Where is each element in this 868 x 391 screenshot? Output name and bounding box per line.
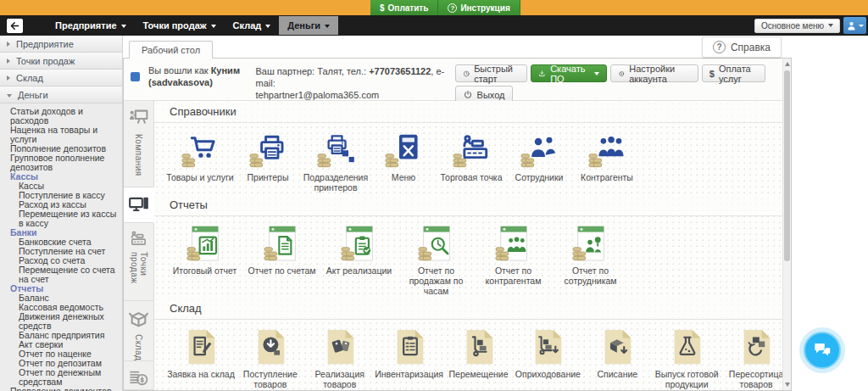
login-info: Вы вошли как Куним (sadvakasova): [148, 64, 247, 100]
desktop-icon: [128, 194, 150, 216]
tile-hourly-sales-report[interactable]: Отчет по продажам по часам: [398, 224, 475, 296]
sidebar-item[interactable]: Проведение документов: [0, 387, 122, 391]
scroll-up-arrow-icon[interactable]: [785, 62, 790, 66]
workspace-header: Вы вошли как Куним (sadvakasova) Ваш пар…: [124, 59, 791, 101]
tile-regrading[interactable]: Пересортица товаров: [721, 327, 791, 389]
side-tab-company[interactable]: Компания: [124, 101, 153, 187]
document-lines-icon: [263, 224, 302, 263]
scrollbar-thumb[interactable]: [784, 70, 790, 261]
billing-bar: $ Оплатить ? Инструкция: [0, 0, 868, 15]
main-menu-button[interactable]: Основное меню: [754, 19, 840, 33]
sidebar-item[interactable]: Отчет по денежным средствам: [0, 368, 122, 387]
partner-info: Ваш партнер: Талят, тел.: +77073651122, …: [255, 64, 446, 100]
nav-item-enterprise[interactable]: Предприятие: [47, 16, 135, 35]
side-tab-money[interactable]: [124, 361, 153, 390]
people-tree-icon: [571, 224, 610, 263]
nav-item-pos[interactable]: Точки продаж: [135, 16, 225, 35]
pay-services-button[interactable]: $ Оплата услуг: [702, 64, 765, 82]
partner-phone: +77073651122: [369, 66, 431, 76]
dollar-icon: $: [380, 3, 385, 13]
handtruck-down-icon: [528, 327, 567, 366]
download-software-button[interactable]: Скачать ПО: [531, 64, 606, 82]
section-reports: Отчеты Итоговый отчет Отчет по счетам Ак…: [154, 194, 791, 298]
pay-button[interactable]: $ Оплатить: [370, 0, 438, 15]
section-tab-strip: Компания Точки продаж Склад: [124, 101, 154, 390]
download-icon: [538, 69, 546, 79]
tile-counterparties-report[interactable]: Отчет по контрагентам: [475, 224, 552, 286]
sidebar-item[interactable]: Групповое пополнение депозитов: [0, 154, 122, 172]
sidebar-group-enterprise[interactable]: Предприятие: [0, 36, 122, 53]
boxes-cycle-icon: [737, 327, 776, 366]
tile-sales-point[interactable]: Торговая точка: [437, 131, 505, 182]
tile-goods-sale[interactable]: Реализация товаров: [305, 327, 375, 389]
tile-printer-groups[interactable]: Подразделения принтеров: [302, 131, 370, 193]
tile-menu[interactable]: Меню: [370, 131, 437, 182]
tile-inventory[interactable]: Инвентаризация: [375, 327, 444, 379]
tile-summary-report[interactable]: Итоговый отчет: [166, 224, 243, 276]
tile-transfer[interactable]: Перемещение: [444, 327, 514, 379]
tile-warehouse-request[interactable]: Заявка на склад: [166, 327, 236, 379]
account-actions: Быстрый старт Скачать ПО Настройки аккау…: [455, 64, 765, 100]
help-button[interactable]: ? Справка: [702, 36, 782, 58]
partner-email: tehpartner1@paloma365.com: [255, 90, 379, 100]
doc-pencil-icon: [181, 327, 220, 366]
chevron-right-icon: [7, 59, 10, 64]
printer-group-icon: [316, 131, 355, 170]
tile-production-output[interactable]: Выпуск готовой продукции: [652, 327, 721, 389]
tile-printers[interactable]: Принтеры: [234, 131, 302, 182]
vertical-scrollbar[interactable]: [782, 59, 791, 390]
menu-board-icon: [384, 131, 423, 170]
sidebar-item[interactable]: Перемещение со счета на счет: [0, 265, 122, 284]
sidebar: Предприятие Точки продаж Склад Деньги Ст…: [0, 36, 123, 391]
handtruck-icon: [459, 327, 498, 366]
instruction-button-label: Инструкция: [460, 3, 509, 13]
printer-icon: [248, 131, 287, 170]
tile-employees[interactable]: Сотрудники: [505, 131, 573, 182]
main-menu-label: Основное меню: [761, 21, 824, 31]
user-name: Куним: [211, 65, 240, 75]
tile-counterparties[interactable]: Контрагенты: [573, 131, 641, 182]
instruction-button[interactable]: ? Инструкция: [438, 0, 520, 15]
section-title: Склад: [154, 298, 791, 320]
price-tags-icon: [320, 327, 359, 366]
nav-item-money[interactable]: Деньги: [279, 16, 338, 35]
nav-item-warehouse[interactable]: Склад: [225, 16, 280, 35]
chat-button[interactable]: [799, 327, 845, 373]
tile-sales-act[interactable]: Акт реализации: [320, 224, 398, 276]
sidebar-item[interactable]: Статьи доходов и расходов: [0, 107, 122, 126]
quick-start-button[interactable]: Быстрый старт: [455, 64, 528, 82]
tile-posting[interactable]: Оприходование: [513, 327, 582, 379]
tile-employees-report[interactable]: Отчет по сотрудникам: [552, 224, 629, 286]
gear-icon: [618, 69, 626, 79]
sidebar-money-list: Статьи доходов и расходов Наценка на тов…: [0, 103, 122, 391]
tab-desktop[interactable]: Рабочий стол: [129, 41, 213, 59]
sidebar-group-warehouse[interactable]: Склад: [0, 70, 122, 87]
tile-accounts-report[interactable]: Отчет по счетам: [243, 224, 320, 276]
arrow-left-icon: [9, 20, 20, 31]
help-button-label: Справка: [731, 42, 771, 53]
account-settings-button[interactable]: Настройки аккаунта: [610, 64, 698, 82]
side-tab-desktop[interactable]: [124, 187, 154, 222]
user-menu-button[interactable]: [843, 17, 866, 34]
tile-goods-services[interactable]: Товары и услуги: [166, 131, 234, 182]
people-icon: [494, 224, 533, 263]
sidebar-group-pos[interactable]: Точки продаж: [0, 53, 122, 70]
section-title: Справочники: [154, 101, 791, 123]
dollar-icon: $: [709, 69, 715, 79]
pos-icon: [128, 230, 149, 247]
clock-icon: [463, 69, 470, 79]
sidebar-item[interactable]: Наценка на товары и услуги: [0, 126, 122, 144]
top-nav-bar: Предприятие Точки продаж Склад Деньги Ос…: [0, 15, 868, 36]
user-account: (sadvakasova): [148, 77, 213, 87]
sidebar-item[interactable]: Перемещение из кассы в кассу: [0, 209, 122, 228]
tile-writeoff[interactable]: Списание: [582, 327, 652, 379]
pay-button-label: Оплатить: [388, 3, 429, 13]
scroll-down-arrow-icon[interactable]: [785, 383, 790, 387]
tile-goods-receipt[interactable]: Поступление товаров: [236, 327, 305, 389]
side-tab-warehouse[interactable]: Склад: [124, 301, 153, 361]
back-button[interactable]: [7, 19, 23, 33]
power-icon: [463, 90, 473, 100]
sidebar-group-money[interactable]: Деньги: [0, 87, 122, 103]
side-tab-pos[interactable]: Точки продаж: [124, 223, 153, 301]
sidebar-item[interactable]: Движения денежных средств: [0, 312, 122, 331]
